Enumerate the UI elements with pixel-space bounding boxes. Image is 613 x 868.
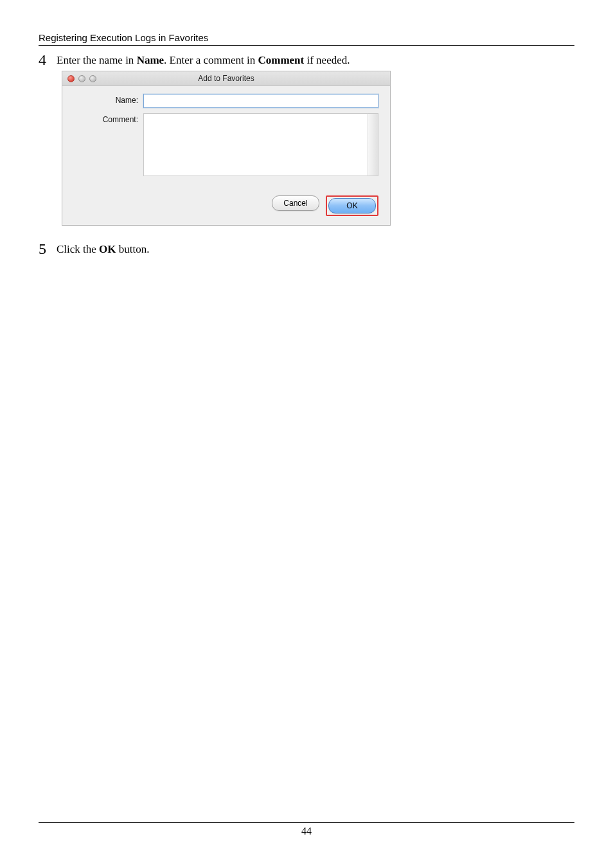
- ok-highlight: OK: [326, 195, 378, 216]
- step-5-text: Click the OK button.: [57, 241, 150, 257]
- name-label: Name:: [74, 94, 143, 105]
- page: Registering Execution Logs in Favorites …: [0, 0, 613, 868]
- page-footer: 44: [39, 822, 574, 837]
- zoom-icon[interactable]: [89, 75, 96, 82]
- step-4-bold-name: Name: [137, 54, 164, 66]
- step-4-prefix: Enter the name in: [57, 54, 137, 66]
- step-4-suffix: if needed.: [304, 54, 350, 66]
- page-number: 44: [301, 826, 312, 836]
- comment-scrollbar[interactable]: [368, 113, 378, 176]
- step-5-prefix: Click the: [57, 243, 99, 255]
- step-5: 5 Click the OK button.: [39, 241, 574, 257]
- step-5-number: 5: [39, 241, 57, 257]
- window-controls: [62, 75, 96, 82]
- step-5-suffix: button.: [116, 243, 150, 255]
- ok-button[interactable]: OK: [328, 198, 376, 213]
- comment-field[interactable]: [143, 113, 369, 176]
- minimize-icon[interactable]: [78, 75, 85, 82]
- dialog-footer: Cancel OK: [62, 186, 390, 225]
- section-header: Registering Execution Logs in Favorites: [39, 32, 574, 46]
- dialog-add-to-favorites: Add to Favorites Name: Comment: Cancel O…: [62, 71, 391, 226]
- step-4-number: 4: [39, 52, 57, 68]
- dialog-body: Name: Comment:: [62, 86, 390, 186]
- step-4-mid: . Enter a comment in: [164, 54, 258, 66]
- step-4: 4 Enter the name in Name. Enter a commen…: [39, 52, 574, 68]
- step-4-text: Enter the name in Name. Enter a comment …: [57, 52, 350, 68]
- dialog-titlebar: Add to Favorites: [62, 71, 390, 86]
- dialog-title: Add to Favorites: [62, 74, 390, 83]
- step-5-bold-ok: OK: [99, 243, 116, 255]
- close-icon[interactable]: [67, 75, 75, 82]
- row-name: Name:: [74, 94, 378, 108]
- step-4-bold-comment: Comment: [258, 54, 304, 66]
- cancel-button[interactable]: Cancel: [272, 195, 319, 211]
- name-field[interactable]: [143, 94, 378, 108]
- row-comment: Comment:: [74, 113, 378, 176]
- comment-label: Comment:: [74, 113, 143, 124]
